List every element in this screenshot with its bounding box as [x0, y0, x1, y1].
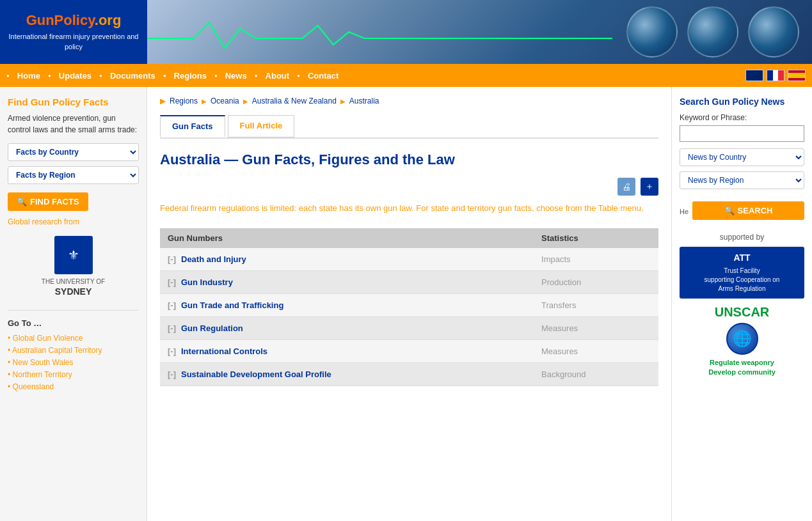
breadcrumb-arrow: ▶ [202, 98, 207, 105]
logo-name: GunPolicy [26, 12, 95, 28]
site-logo[interactable]: GunPolicy.org [26, 12, 122, 29]
sdg-link[interactable]: Sustainable Development Goal Profile [181, 369, 331, 379]
find-facts-label: FIND FACTS [30, 197, 79, 206]
list-item: Australian Capital Territory [8, 345, 139, 355]
facts-by-country-dropdown[interactable]: Facts by Country [8, 143, 139, 161]
facts-table: Gun Numbers Statistics [-]Death and Inju… [160, 228, 658, 386]
find-icon: 🔍 [17, 197, 27, 206]
minus-icon: [-] [168, 323, 176, 333]
nav-documents[interactable]: Documents [102, 71, 163, 81]
sydney-uni: SYDNEY [8, 286, 139, 297]
impacts-cell: Impacts [534, 248, 658, 271]
sydney-shield-icon: ⚜ [68, 247, 79, 263]
search-news-title: Search Gun Policy News [680, 97, 804, 107]
breadcrumb-anz[interactable]: Australia & New Zealand [252, 97, 337, 105]
content-area: ▶ Regions ▶ Oceania ▶ Australia & New Ze… [147, 87, 671, 521]
breadcrumb: ▶ Regions ▶ Oceania ▶ Australia & New Ze… [160, 97, 658, 105]
facts-table-body: [-]Death and Injury Impacts [-]Gun Indus… [160, 248, 658, 386]
supported-by-text: supported by [680, 233, 804, 242]
logo-tagline: International firearm injury prevention … [6, 32, 141, 52]
nav-regions[interactable]: Regions [166, 71, 214, 81]
goto-title: Go To … [8, 318, 139, 328]
globe-1 [626, 6, 678, 58]
facts-by-region-dropdown[interactable]: Facts by Region [8, 166, 139, 184]
header-banner [147, 0, 812, 64]
background-cell: Background [534, 362, 658, 385]
globe-3 [748, 6, 799, 58]
table-row: [-]Death and Injury Impacts [160, 248, 658, 271]
goto-global-gun-violence[interactable]: Global Gun Violence [8, 334, 83, 343]
table-row: [-]Gun Trade and Trafficking Transfers [160, 293, 658, 316]
nav-news[interactable]: News [218, 71, 255, 81]
main-nav: ● Home ● Updates ● Documents ● Regions ●… [0, 64, 812, 87]
news-by-region-dropdown[interactable]: News by Region [680, 171, 804, 189]
list-item: New South Wales [8, 357, 139, 367]
nav-updates[interactable]: Updates [51, 71, 99, 81]
globe-lines: 🌐 [733, 330, 752, 348]
sydney-shield: ⚜ [54, 236, 93, 274]
goto-act[interactable]: Australian Capital Territory [8, 346, 102, 355]
gun-industry-link[interactable]: Gun Industry [181, 277, 233, 287]
measures-cell: Measures [534, 316, 658, 339]
search-btn-label: SEARCH [738, 206, 773, 215]
main-content: Find Gun Policy Facts Armed violence pre… [0, 87, 812, 521]
unscar-tagline: Regulate weaponryDevelop community [680, 358, 804, 378]
gun-trade-link[interactable]: Gun Trade and Trafficking [181, 300, 283, 310]
death-injury-link[interactable]: Death and Injury [181, 254, 246, 264]
measures-cell-2: Measures [534, 339, 658, 362]
un-globe-icon: 🌐 [726, 323, 758, 355]
unscar-section: supported by ATT Trust Facility supporti… [680, 233, 804, 377]
content-actions: 🖨 ＋ [160, 178, 658, 196]
transfers-cell: Transfers [534, 293, 658, 316]
table-row: [-]International Controls Measures [160, 339, 658, 362]
list-item: Northern Territory [8, 369, 139, 379]
nav-home[interactable]: Home [10, 71, 48, 81]
intro-text: Federal firearm regulations is limited: … [160, 202, 658, 215]
minus-icon: [-] [168, 254, 176, 264]
add-icon[interactable]: ＋ [641, 178, 658, 196]
list-item: Queensland [8, 382, 139, 391]
nav-about[interactable]: About [258, 71, 298, 81]
col-gun-numbers: Gun Numbers [160, 228, 534, 248]
table-row: [-]Gun Regulation Measures [160, 316, 658, 339]
breadcrumb-australia[interactable]: Australia [349, 97, 379, 105]
breadcrumb-regions[interactable]: Regions [170, 97, 198, 105]
intl-controls-link[interactable]: International Controls [181, 346, 267, 356]
news-by-country-dropdown[interactable]: News by Country [680, 148, 804, 166]
find-facts-button[interactable]: 🔍 FIND FACTS [8, 192, 88, 211]
tab-full-article[interactable]: Full Article [228, 115, 295, 137]
sydney-logo: ⚜ THE UNIVERSITY OF SYDNEY [8, 236, 139, 297]
goto-section: Go To … Global Gun Violence Australian C… [8, 310, 139, 391]
tab-gun-facts[interactable]: Gun Facts [160, 115, 225, 137]
goto-qld[interactable]: Queensland [8, 382, 54, 391]
table-row: [-]Gun Industry Production [160, 270, 658, 293]
sidebar-title-accent: Facts [83, 97, 108, 107]
goto-list: Global Gun Violence Australian Capital T… [8, 333, 139, 391]
help-text: He [680, 208, 689, 215]
sidebar-description: Armed violence prevention, gun control l… [8, 113, 139, 136]
left-sidebar: Find Gun Policy Facts Armed violence pre… [0, 87, 147, 521]
gun-regulation-link[interactable]: Gun Regulation [181, 323, 243, 333]
breadcrumb-arrow: ▶ [160, 97, 166, 105]
search-button[interactable]: 🔍 SEARCH [692, 201, 804, 220]
sydney-name: THE UNIVERSITY OF [8, 277, 139, 286]
sydney-logo-text: THE UNIVERSITY OF SYDNEY [8, 277, 139, 297]
breadcrumb-oceania[interactable]: Oceania [211, 97, 239, 105]
minus-icon: [-] [168, 277, 176, 287]
keyword-input[interactable] [680, 125, 804, 142]
minus-icon: [-] [168, 300, 176, 310]
logo-area: GunPolicy.org International firearm inju… [0, 0, 147, 64]
flag-spain[interactable] [788, 70, 806, 81]
flag-uk[interactable] [745, 70, 763, 81]
goto-nt[interactable]: Northern Territory [8, 370, 72, 379]
print-icon[interactable]: 🖨 [617, 178, 635, 196]
nav-contact[interactable]: Contact [300, 71, 346, 81]
right-sidebar: Search Gun Policy News Keyword or Phrase… [671, 87, 812, 521]
col-statistics: Statistics [534, 228, 658, 248]
flag-france[interactable] [767, 70, 784, 81]
global-research-link[interactable]: Global research from [8, 217, 139, 226]
ata-logo: ATT Trust Facility supporting Cooperatio… [680, 247, 804, 299]
goto-nsw[interactable]: New South Wales [8, 358, 73, 367]
sidebar-title: Find Gun Policy Facts [8, 97, 139, 107]
minus-icon: [-] [168, 369, 176, 379]
